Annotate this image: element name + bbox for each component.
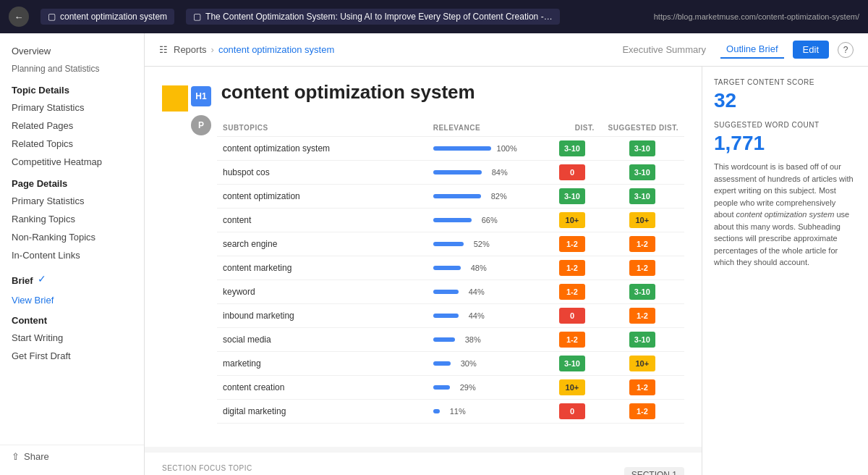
relevance-cell: 29% <box>427 375 545 399</box>
breadcrumb-separator: › <box>211 44 214 55</box>
col-relevance: RELEVANCE <box>427 119 545 137</box>
sidebar-group-topic-details: Topic Details <box>0 77 144 98</box>
topic-cell: content optimization <box>217 184 427 208</box>
col-subtopics: SUBTOPICS <box>217 119 427 137</box>
suggested-cell: 3-10 <box>600 327 684 351</box>
dist-cell: 0 <box>544 399 600 423</box>
sidebar-brief-label: Brief <box>12 268 33 289</box>
table-row: social media 38% 1-2 3-10 <box>217 327 684 351</box>
section-focus: SECTION FOCUS TOPIC content optimization… <box>145 453 702 475</box>
section-badge: SECTION 1 <box>624 467 684 475</box>
sidebar-item-related-pages[interactable]: Related Pages <box>0 117 144 135</box>
topic-cell: content marketing <box>217 256 427 279</box>
header-actions: Executive Summary Outline Brief Edit ? <box>616 41 854 59</box>
p-badge: P <box>191 115 211 135</box>
sidebar-item-non-ranking[interactable]: Non-Ranking Topics <box>0 228 144 246</box>
header-bar: ☷ Reports › content optimization system … <box>145 33 868 67</box>
sidebar-get-draft[interactable]: Get First Draft <box>0 347 144 365</box>
reports-icon: ☷ <box>159 44 168 55</box>
sidebar-item-related-topics[interactable]: Related Topics <box>0 135 144 153</box>
sidebar-content-label: Content <box>0 308 144 329</box>
right-panel: TARGET CONTENT SCORE 32 SUGGESTED WORD C… <box>702 67 868 475</box>
tab-executive-summary[interactable]: Executive Summary <box>616 41 712 58</box>
score-value: 32 <box>714 89 856 112</box>
article-section: H1 content optimization system P SUBTOPI… <box>145 67 702 447</box>
relevance-cell: 38% <box>427 327 545 351</box>
suggested-cell: 1-2 <box>600 232 684 256</box>
word-count-label: SUGGESTED WORD COUNT <box>714 121 856 129</box>
dist-cell: 1-2 <box>544 327 600 351</box>
dist-cell: 3-10 <box>544 351 600 375</box>
suggested-cell: 3-10 <box>600 160 684 184</box>
sidebar-item-overview[interactable]: Overview <box>0 42 144 60</box>
dist-cell: 3-10 <box>544 184 600 208</box>
topbar: ← ▢ content optimization system ▢ The Co… <box>0 0 868 33</box>
sidebar: Overview Planning and Statistics Topic D… <box>0 33 145 475</box>
dist-cell: 10+ <box>544 375 600 399</box>
breadcrumb-current[interactable]: content optimization system <box>218 44 334 55</box>
dist-cell: 0 <box>544 160 600 184</box>
suggested-cell: 1-2 <box>600 256 684 279</box>
relevance-cell: 52% <box>427 232 545 256</box>
table-row: digital marketing 11% 0 1-2 <box>217 399 684 423</box>
breadcrumb: Reports › content optimization system <box>174 44 334 55</box>
sidebar-item-page-primary-stats[interactable]: Primary Statistics <box>0 192 144 210</box>
sidebar-item-ranking-topics[interactable]: Ranking Topics <box>0 210 144 228</box>
table-row: search engine 52% 1-2 1-2 <box>217 232 684 256</box>
topic-cell: content creation <box>217 375 427 399</box>
score-label: TARGET CONTENT SCORE <box>714 78 856 86</box>
sidebar-item-primary-stats[interactable]: Primary Statistics <box>0 98 144 117</box>
relevance-cell: 44% <box>427 279 545 303</box>
suggested-cell: 3-10 <box>600 136 684 160</box>
page-title: The Content Optimization System: Using A… <box>205 12 553 22</box>
sidebar-start-writing[interactable]: Start Writing <box>0 329 144 347</box>
breadcrumb-reports[interactable]: Reports <box>174 44 207 55</box>
sidebar-item-planning[interactable]: Planning and Statistics <box>0 60 144 77</box>
sidebar-group-page-details: Page Details <box>0 171 144 192</box>
suggested-cell: 1-2 <box>600 303 684 327</box>
relevance-cell: 30% <box>427 351 545 375</box>
topic-cell: social media <box>217 327 427 351</box>
topic-cell: digital marketing <box>217 399 427 423</box>
page-tab: ▢ The Content Optimization System: Using… <box>186 9 560 25</box>
back-button[interactable]: ← <box>9 7 29 27</box>
dist-cell: 0 <box>544 303 600 327</box>
h1-badge: H1 <box>191 86 211 106</box>
subtopics-table: SUBTOPICS RELEVANCE DIST. SUGGESTED DIST… <box>217 119 684 424</box>
main-content: H1 content optimization system P SUBTOPI… <box>145 67 702 475</box>
table-row: inbound marketing 44% 0 1-2 <box>217 303 684 327</box>
suggested-cell: 1-2 <box>600 399 684 423</box>
table-row: content 66% 10+ 10+ <box>217 208 684 232</box>
relevance-cell: 100% <box>427 136 545 160</box>
sidebar-share[interactable]: ⇧ Share <box>0 445 145 468</box>
relevance-cell: 84% <box>427 160 545 184</box>
sidebar-item-competitive[interactable]: Competitive Heatmap <box>0 153 144 171</box>
table-row: marketing 30% 3-10 10+ <box>217 351 684 375</box>
tab-outline-brief[interactable]: Outline Brief <box>720 41 784 59</box>
view-brief-link[interactable]: View Brief <box>0 293 144 308</box>
dist-cell: 1-2 <box>544 232 600 256</box>
brief-check-icon: ✓ <box>38 273 46 285</box>
edit-button[interactable]: Edit <box>793 41 829 59</box>
topic-cell: content <box>217 208 427 232</box>
relevance-cell: 66% <box>427 208 545 232</box>
section-focus-label: SECTION FOCUS TOPIC <box>162 464 339 472</box>
sidebar-brief-row: Brief ✓ <box>0 264 144 293</box>
page-icon: ▢ <box>193 12 201 22</box>
dist-cell: 3-10 <box>544 136 600 160</box>
main-layout: Overview Planning and Statistics Topic D… <box>0 33 868 475</box>
app-name: content optimization system <box>60 12 167 22</box>
sidebar-item-in-content[interactable]: In-Content Links <box>0 246 144 264</box>
relevance-cell: 11% <box>427 399 545 423</box>
table-row: content optimization 82% 3-10 3-10 <box>217 184 684 208</box>
suggested-cell: 10+ <box>600 351 684 375</box>
col-suggested: SUGGESTED DIST. <box>600 119 684 137</box>
table-row: hubspot cos 84% 0 3-10 <box>217 160 684 184</box>
main-area: ☷ Reports › content optimization system … <box>145 33 868 475</box>
topic-cell: content optimization system <box>217 136 427 160</box>
help-button[interactable]: ? <box>838 42 854 58</box>
relevance-cell: 48% <box>427 256 545 279</box>
topic-cell: marketing <box>217 351 427 375</box>
table-row: content marketing 48% 1-2 1-2 <box>217 256 684 279</box>
app-icon: ▢ <box>48 12 56 22</box>
